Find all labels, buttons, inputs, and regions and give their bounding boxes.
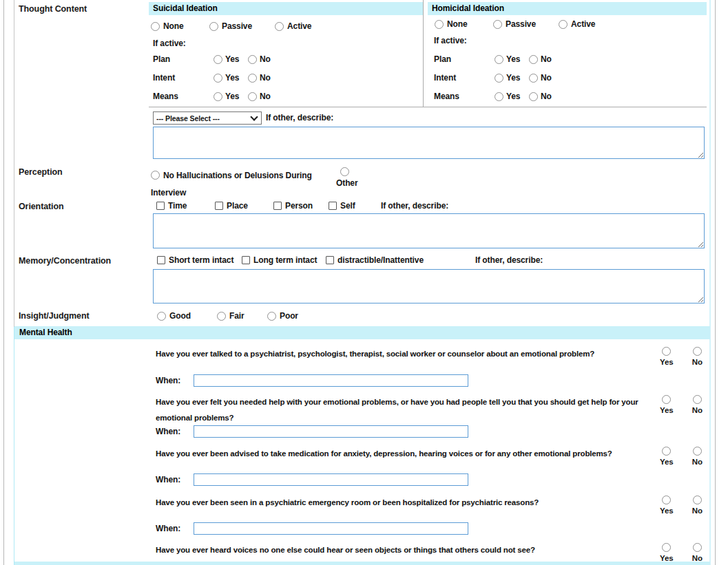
plan-yes[interactable]: Yes bbox=[495, 54, 529, 64]
suicidal-option-passive[interactable]: Passive bbox=[209, 21, 275, 31]
radio-icon[interactable] bbox=[209, 22, 218, 31]
yes-option[interactable]: Yes bbox=[660, 543, 674, 562]
checkbox-icon[interactable] bbox=[156, 202, 165, 210]
memory-describe-textarea[interactable] bbox=[153, 269, 705, 303]
mh-when-3-input[interactable] bbox=[194, 473, 468, 486]
yes-label: Yes bbox=[506, 73, 520, 83]
homicidal-plan-row: Plan Yes No bbox=[434, 54, 563, 64]
radio-icon[interactable] bbox=[214, 92, 222, 101]
radio-icon[interactable] bbox=[495, 55, 503, 64]
insight-option-fair[interactable]: Fair bbox=[217, 311, 267, 321]
orientation-option-person[interactable]: Person bbox=[273, 201, 329, 211]
means-label: Means bbox=[153, 92, 214, 101]
radio-icon[interactable] bbox=[559, 20, 568, 29]
plan-yes[interactable]: Yes bbox=[214, 54, 248, 64]
mh-question-2: Have you ever felt you needed help with … bbox=[156, 394, 656, 426]
suicidal-severity-row: None Passive Active bbox=[151, 21, 311, 31]
mh-when-2-label: When: bbox=[156, 427, 180, 436]
suicidal-option-active[interactable]: Active bbox=[275, 21, 311, 31]
radio-icon[interactable] bbox=[493, 20, 502, 29]
radio-icon[interactable] bbox=[214, 55, 222, 64]
no-option[interactable]: No bbox=[692, 495, 703, 515]
suicidal-option-none[interactable]: None bbox=[151, 21, 209, 31]
radio-icon[interactable] bbox=[495, 74, 503, 83]
intent-yes[interactable]: Yes bbox=[495, 73, 529, 83]
intent-no[interactable]: No bbox=[529, 73, 563, 83]
thought-content-describe-textarea[interactable] bbox=[153, 127, 705, 159]
checkbox-icon[interactable] bbox=[242, 256, 250, 264]
radio-icon[interactable] bbox=[662, 447, 671, 456]
radio-icon[interactable] bbox=[662, 395, 671, 404]
mh-question-1: Have you ever talked to a psychiatrist, … bbox=[156, 346, 656, 362]
yes-option[interactable]: Yes bbox=[660, 447, 674, 466]
mh-when-4-input[interactable] bbox=[194, 522, 468, 535]
homicidal-option-passive[interactable]: Passive bbox=[493, 19, 559, 29]
radio-icon[interactable] bbox=[248, 55, 257, 64]
content-right-border-cyan bbox=[709, 0, 711, 565]
memory-option-distractible[interactable]: distractible/Inattentive bbox=[326, 255, 444, 265]
radio-icon[interactable] bbox=[529, 74, 538, 83]
radio-icon[interactable] bbox=[340, 167, 349, 176]
no-option[interactable]: No bbox=[692, 447, 703, 466]
radio-icon[interactable] bbox=[248, 74, 257, 83]
intent-no[interactable]: No bbox=[248, 73, 282, 83]
radio-icon[interactable] bbox=[495, 92, 503, 101]
radio-icon[interactable] bbox=[435, 20, 444, 29]
radio-icon[interactable] bbox=[151, 171, 160, 180]
suicidal-if-active-label: If active: bbox=[153, 39, 186, 48]
mh-when-2-input[interactable] bbox=[194, 425, 468, 438]
thought-content-select[interactable]: --- Please Select --- bbox=[153, 111, 262, 125]
plan-no[interactable]: No bbox=[248, 54, 282, 64]
orientation-option-place[interactable]: Place bbox=[215, 201, 273, 211]
plan-no[interactable]: No bbox=[529, 54, 563, 64]
orientation-option-self[interactable]: Self bbox=[329, 201, 381, 211]
checkbox-icon[interactable] bbox=[157, 256, 165, 264]
radio-icon[interactable] bbox=[214, 74, 222, 83]
checkbox-icon[interactable] bbox=[329, 202, 337, 210]
insight-radio-row: Good Fair Poor bbox=[157, 311, 298, 321]
yes-option[interactable]: Yes bbox=[660, 495, 674, 515]
radio-icon[interactable] bbox=[267, 312, 276, 321]
radio-icon[interactable] bbox=[529, 92, 538, 101]
radio-icon[interactable] bbox=[693, 447, 702, 456]
means-no[interactable]: No bbox=[248, 92, 282, 101]
radio-icon[interactable] bbox=[662, 495, 671, 504]
checkbox-icon[interactable] bbox=[273, 202, 282, 210]
means-yes[interactable]: Yes bbox=[214, 92, 248, 101]
perception-option-no-hallucinations[interactable]: No Hallucinations or Delusions During In… bbox=[151, 167, 345, 202]
option-label: Fair bbox=[229, 311, 245, 321]
no-option[interactable]: No bbox=[692, 543, 703, 562]
radio-icon[interactable] bbox=[248, 92, 257, 101]
insight-option-good[interactable]: Good bbox=[157, 311, 217, 321]
no-option[interactable]: No bbox=[692, 395, 703, 414]
mh-when-1-input[interactable] bbox=[194, 374, 468, 387]
radio-icon[interactable] bbox=[157, 312, 166, 321]
intent-yes[interactable]: Yes bbox=[214, 73, 248, 83]
means-yes[interactable]: Yes bbox=[495, 92, 529, 101]
radio-icon[interactable] bbox=[217, 312, 226, 321]
memory-option-long-term[interactable]: Long term intact bbox=[242, 255, 326, 265]
no-option[interactable]: No bbox=[692, 347, 703, 366]
checkbox-icon[interactable] bbox=[215, 202, 223, 210]
orientation-option-time[interactable]: Time bbox=[156, 201, 215, 211]
radio-icon[interactable] bbox=[662, 543, 671, 552]
means-no[interactable]: No bbox=[529, 92, 563, 101]
mental-health-header: Mental Health bbox=[14, 326, 710, 339]
homicidal-option-active[interactable]: Active bbox=[559, 19, 595, 29]
memory-option-short-term[interactable]: Short term intact bbox=[157, 255, 242, 265]
radio-icon[interactable] bbox=[693, 395, 702, 404]
orientation-describe-textarea[interactable] bbox=[153, 213, 705, 248]
insight-option-poor[interactable]: Poor bbox=[267, 311, 298, 321]
homicidal-option-none[interactable]: None bbox=[435, 19, 493, 29]
radio-icon[interactable] bbox=[693, 543, 702, 552]
radio-icon[interactable] bbox=[693, 347, 702, 356]
checkbox-icon[interactable] bbox=[326, 256, 334, 264]
yes-option[interactable]: Yes bbox=[660, 347, 674, 366]
radio-icon[interactable] bbox=[151, 22, 160, 31]
perception-option-other[interactable]: Other bbox=[336, 167, 358, 188]
radio-icon[interactable] bbox=[693, 495, 702, 504]
radio-icon[interactable] bbox=[529, 55, 538, 64]
radio-icon[interactable] bbox=[275, 22, 284, 31]
radio-icon[interactable] bbox=[662, 347, 671, 356]
yes-option[interactable]: Yes bbox=[660, 395, 674, 414]
